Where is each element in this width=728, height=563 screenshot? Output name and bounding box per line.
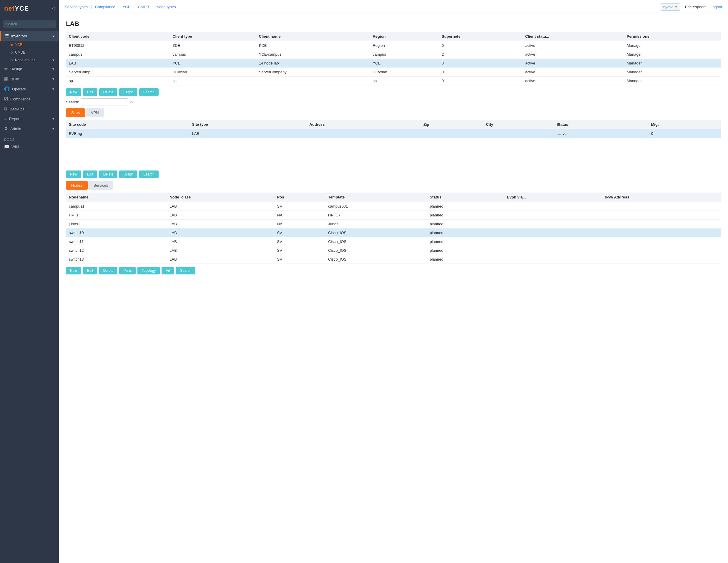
clients-col-type: Client type [169, 32, 256, 41]
topbar-user-select[interactable]: nyeve ▼ [661, 3, 680, 11]
design-arrow-icon: ▼ [52, 67, 55, 71]
nodes-cell-nodename: switch12 [66, 246, 167, 255]
nodes-vrf-button[interactable]: Vrf [162, 267, 174, 274]
sidebar-search-input[interactable] [3, 20, 56, 28]
clients-cell-name [256, 77, 370, 85]
sites-edit-button[interactable]: Edit [83, 170, 97, 178]
nodes-table-row[interactable]: switch11 LAB SV Cisco_IOS planned [66, 237, 721, 246]
nodes-cell-node-class: LAB [167, 202, 274, 211]
sidebar-item-admin[interactable]: ⚙ Admin ▼ [0, 124, 59, 134]
topbar-nav-node-types[interactable]: Node types [153, 5, 179, 9]
clients-search-button[interactable]: Search [139, 88, 159, 96]
sidebar-item-wiki[interactable]: 📖 Wiki [0, 142, 59, 151]
nodes-table-body: campus1 LAB SV campus001 planned HP_1 LA… [66, 202, 721, 264]
nodes-cell-status: planned [427, 202, 504, 211]
nodes-table-row[interactable]: junos1 LAB NA Junos planned [66, 220, 721, 228]
topbar-user-select-value: nyeve [663, 5, 674, 9]
design-icon: ✏ [4, 66, 8, 72]
nodes-search-button[interactable]: Search [176, 267, 195, 274]
nodes-delete-button[interactable]: Delete [99, 267, 118, 274]
nodes-tab-bar: Nodes Services [66, 181, 721, 190]
nodes-table-row[interactable]: switch12 LAB SV Cisco_IOS planned [66, 246, 721, 255]
topbar-nav-service-types[interactable]: Service types [65, 5, 92, 9]
sidebar-item-backups[interactable]: ⧉ Backups [0, 104, 59, 114]
sites-tab-button[interactable]: Sites [66, 108, 85, 117]
sites-graph-button[interactable]: Graph [119, 170, 137, 178]
nodes-topology-button[interactable]: Topology [137, 267, 160, 274]
nodes-table-row[interactable]: campus1 LAB SV campus001 planned [66, 202, 721, 211]
reports-arrow-icon: ▼ [52, 117, 55, 120]
clients-cell-region: Region [370, 41, 439, 50]
nodes-col-nodename: Nodename [66, 192, 167, 202]
sites-delete-button[interactable]: Delete [99, 170, 118, 178]
sidebar-item-inventory[interactable]: ☰ Inventory ▲ [0, 31, 59, 41]
backups-icon: ⧉ [4, 106, 7, 112]
sidebar-logo-area: netYCE < [0, 0, 59, 17]
nodes-cell-template: Cisco_IOS [325, 228, 427, 237]
sidebar-item-yce[interactable]: YCE [0, 41, 59, 49]
nodes-cell-status: planned [427, 228, 504, 237]
clients-graph-button[interactable]: Graph [119, 88, 137, 96]
sites-search-button[interactable]: Search [139, 170, 159, 178]
nodes-table-row[interactable]: HP_1 LAB NA HP_C7 planned [66, 211, 721, 220]
clients-search-input[interactable] [81, 98, 128, 105]
nodes-tab-button[interactable]: Nodes [66, 181, 88, 190]
node-groups-dot-icon [11, 59, 13, 61]
sites-col-code: Site code [66, 120, 189, 129]
sidebar-item-reports[interactable]: ≡ Reports ▼ [0, 114, 59, 124]
nodes-cell-node-class: LAB [167, 237, 274, 246]
sidebar-item-node-groups[interactable]: Node groups ▼ [0, 56, 59, 64]
clients-cell-code: ServerComp... [66, 68, 169, 77]
nodes-edit-button[interactable]: Edit [83, 267, 97, 274]
clients-cell-region: DCvxlan [370, 68, 439, 77]
build-arrow-icon: ▼ [52, 77, 55, 81]
clients-table-row[interactable]: ServerComp... DCvxlan ServerCompany DCvx… [66, 68, 721, 77]
nodes-cell-template: Junos [325, 220, 427, 228]
nodes-table-header-row: Nodename Node_class Pos Template Status … [66, 192, 721, 202]
nodes-table-row[interactable]: switch10 LAB SV Cisco_IOS planned [66, 228, 721, 237]
yce-dot-icon [11, 44, 13, 46]
services-tab-button[interactable]: Services [88, 181, 114, 190]
clients-delete-button[interactable]: Delete [99, 88, 118, 96]
sidebar-item-build[interactable]: ▦ Build ▼ [0, 74, 59, 84]
operate-icon: 🌐 [4, 86, 10, 92]
nodes-cell-node-class: LAB [167, 246, 274, 255]
clients-col-status: Client statu... [522, 32, 624, 41]
sidebar-item-compliance-label: Compliance [10, 97, 31, 101]
vpn-tab-button[interactable]: VPN [86, 108, 104, 117]
sidebar-item-operate[interactable]: 🌐 Operate ▼ [0, 84, 59, 94]
topbar-nav-yce[interactable]: YCE [119, 5, 134, 9]
sites-col-zip: Zip [420, 120, 483, 129]
sites-table-row[interactable]: EVE-ng LAB active 0 [66, 129, 721, 138]
nodes-new-button[interactable]: New [66, 267, 81, 274]
nodes-cell-nodename: switch11 [66, 237, 167, 246]
clients-search-clear-icon[interactable]: ✕ [130, 100, 133, 104]
topbar-user-dropdown-icon: ▼ [675, 5, 678, 9]
nodes-cell-ipv6 [602, 202, 721, 211]
clients-edit-button[interactable]: Edit [83, 88, 97, 96]
clients-table-row[interactable]: sp sp sp 0 active Manager [66, 77, 721, 85]
nodes-table: Nodename Node_class Pos Template Status … [66, 192, 721, 264]
clients-table-row[interactable]: campus campus YCE-campus campus 2 active… [66, 50, 721, 59]
nodes-cell-template: Cisco_IOS [325, 237, 427, 246]
nodes-cell-pos: SV [274, 202, 325, 211]
sidebar-item-operate-label: Operate [12, 87, 26, 91]
topbar-logout-link[interactable]: Logout [710, 5, 722, 9]
nodes-table-row[interactable]: switch13 LAB SV Cisco_IOS planned [66, 255, 721, 264]
clients-table-row[interactable]: LAB YCE 14 node lab YCE 0 active Manager [66, 59, 721, 68]
topbar-nav-compliance[interactable]: Compliance [92, 5, 119, 9]
sidebar-sub-item-yce-label: YCE [15, 43, 22, 47]
topbar-nav-cmdb[interactable]: CMDB [134, 5, 153, 9]
sites-tab-bar: Sites VPN [66, 108, 721, 117]
sidebar-item-compliance[interactable]: ☑ Compliance [0, 94, 59, 104]
sites-new-button[interactable]: New [66, 170, 81, 178]
sidebar-wiki-label: Wiki [11, 144, 19, 149]
nodes-cell-template: campus001 [325, 202, 427, 211]
sidebar-item-design[interactable]: ✏ Design ▼ [0, 64, 59, 74]
sidebar-collapse-button[interactable]: < [52, 6, 55, 11]
clients-new-button[interactable]: New [66, 88, 81, 96]
sidebar-item-admin-label: Admin [10, 127, 21, 131]
sidebar-item-cmdb[interactable]: CMDB [0, 49, 59, 56]
clients-table-row[interactable]: BT93812 ZDE KDE Region 0 active Manager [66, 41, 721, 50]
nodes-ports-button[interactable]: Ports [119, 267, 136, 274]
